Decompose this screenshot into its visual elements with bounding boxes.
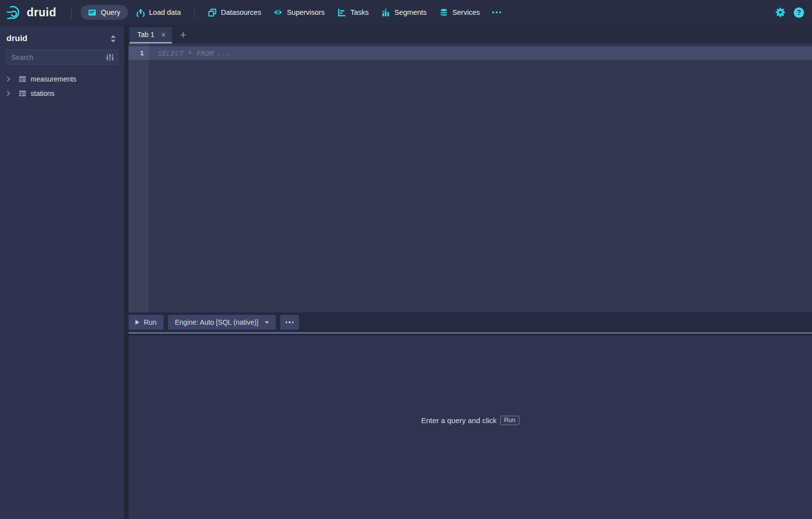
- eye-icon: [274, 8, 282, 17]
- nav-item-query[interactable]: Query: [81, 5, 128, 20]
- column-filter-icon[interactable]: [106, 53, 114, 62]
- play-icon: [135, 320, 139, 325]
- nav-item-services-label: Services: [452, 8, 480, 16]
- tree-item-label: stations: [31, 89, 54, 97]
- results-panel: Enter a query and click Run: [128, 334, 812, 519]
- nav-item-segments-label: Segments: [394, 8, 427, 16]
- sidebar-main-gap: [124, 26, 128, 519]
- search-input[interactable]: [6, 50, 118, 64]
- schema-sidebar: druid: [0, 26, 124, 519]
- chevron-right-icon[interactable]: [6, 76, 11, 82]
- schema-title: druid: [6, 34, 28, 43]
- table-icon: [18, 75, 27, 83]
- editor-gutter: [128, 43, 149, 312]
- settings-gear-icon[interactable]: [775, 7, 786, 18]
- tab-label: Tab 1: [137, 31, 154, 39]
- druid-logo-icon: [6, 4, 23, 21]
- help-icon[interactable]: ?: [794, 7, 804, 18]
- navbar-divider: [71, 6, 72, 18]
- datasources-icon: [208, 8, 216, 17]
- run-button-label: Run: [144, 318, 157, 326]
- druid-logo[interactable]: druid: [6, 4, 56, 21]
- gantt-icon: [338, 8, 346, 17]
- nav-item-segments[interactable]: Segments: [375, 0, 433, 25]
- tree-item-label: measurements: [31, 75, 77, 83]
- close-tab-icon[interactable]: ✕: [161, 32, 166, 38]
- nav-item-services[interactable]: Services: [433, 0, 486, 25]
- upload-icon: [136, 8, 145, 17]
- bar-chart-icon: [382, 8, 390, 17]
- dot: [289, 321, 291, 323]
- run-kbd-hint: Run: [500, 416, 519, 425]
- datasource-tree: measurements stations: [0, 70, 124, 102]
- navbar-divider: [194, 6, 195, 18]
- query-more-button[interactable]: [280, 315, 299, 330]
- empty-results-text: Enter a query and click: [421, 416, 497, 425]
- dot: [292, 321, 294, 323]
- run-button[interactable]: Run: [128, 315, 164, 330]
- nav-item-load-data-label: Load data: [149, 8, 181, 16]
- editor-active-line: 1 SELECT * FROM ...: [128, 46, 812, 60]
- nav-item-supervisors[interactable]: Supervisors: [267, 0, 331, 25]
- chevron-right-icon[interactable]: [6, 90, 11, 96]
- nav-item-datasources-label: Datasources: [221, 8, 261, 16]
- query-icon: [88, 8, 96, 17]
- database-icon: [439, 8, 448, 17]
- engine-select-label: Engine: Auto [SQL (native)]: [175, 318, 258, 326]
- workspace: druid: [0, 25, 812, 519]
- schema-header: druid: [0, 26, 124, 49]
- nav-item-load-data[interactable]: Load data: [130, 0, 188, 25]
- query-main: Tab 1 ✕ + 1 SELECT * FROM ... Run Engine…: [128, 26, 812, 519]
- double-caret-vertical-icon[interactable]: [110, 35, 116, 43]
- empty-results-message: Enter a query and click Run: [421, 416, 519, 425]
- nav-item-tasks-label: Tasks: [350, 8, 369, 16]
- nav-item-query-label: Query: [101, 8, 121, 16]
- search-row: [0, 49, 124, 70]
- nav-item-tasks[interactable]: Tasks: [331, 0, 375, 25]
- more-menu-icon[interactable]: [486, 11, 507, 13]
- tabstrip: Tab 1 ✕ +: [128, 26, 812, 43]
- nav-item-supervisors-label: Supervisors: [287, 8, 325, 16]
- druid-wordmark: druid: [27, 6, 56, 19]
- run-bar: Run Engine: Auto [SQL (native)]: [128, 312, 812, 332]
- search-box: [6, 49, 118, 65]
- dot: [286, 321, 288, 323]
- engine-select-button[interactable]: Engine: Auto [SQL (native)]: [168, 315, 276, 330]
- tree-item-stations[interactable]: stations: [0, 86, 124, 100]
- add-tab-icon[interactable]: +: [180, 30, 186, 41]
- line-number: 1: [128, 46, 149, 60]
- chevron-down-icon: [265, 321, 269, 324]
- nav-item-datasources[interactable]: Datasources: [202, 0, 267, 25]
- top-navbar: druid Query Load data Da: [0, 0, 812, 25]
- editor-placeholder: SELECT * FROM ...: [158, 49, 231, 57]
- query-editor[interactable]: 1 SELECT * FROM ...: [128, 43, 812, 312]
- table-icon: [18, 89, 27, 97]
- tree-item-measurements[interactable]: measurements: [0, 72, 124, 86]
- tab-tab1[interactable]: Tab 1 ✕: [129, 27, 172, 43]
